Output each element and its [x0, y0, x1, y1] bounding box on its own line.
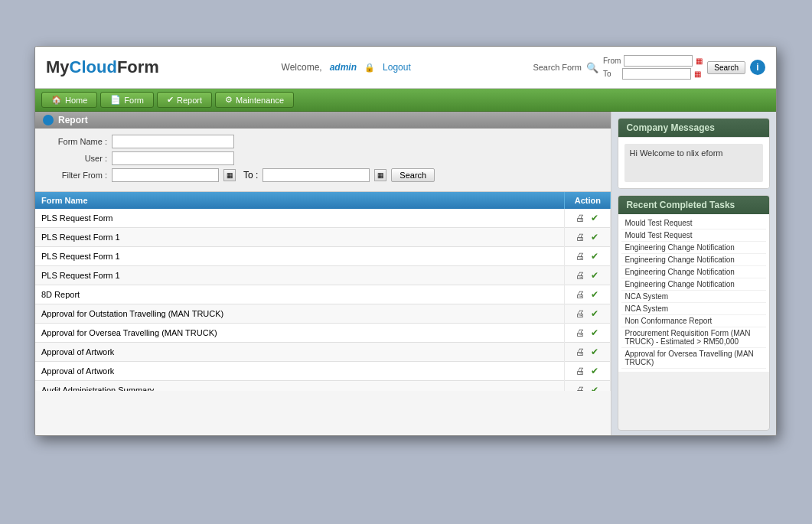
- messages-text: Hi Welcome to nlix eform: [629, 148, 722, 158]
- nav-home-label: Home: [65, 96, 87, 105]
- table-row[interactable]: PLS Request Form 🖨 ✔: [35, 209, 611, 228]
- user-row: User :: [46, 151, 600, 165]
- task-item[interactable]: NCA System: [621, 291, 766, 303]
- check-icon[interactable]: ✔: [589, 365, 601, 377]
- panel-title-bar: Report: [35, 112, 611, 129]
- report-tbody: PLS Request Form 🖨 ✔ PLS Request Form 1 …: [35, 209, 611, 391]
- logo: MyCloudForm: [46, 57, 159, 77]
- check-icon[interactable]: ✔: [589, 288, 601, 301]
- action-cell: 🖨 ✔: [565, 304, 611, 324]
- table-row[interactable]: Audit Administration Summary 🖨 ✔: [35, 381, 611, 392]
- maintenance-icon: ⚙: [225, 95, 233, 105]
- report-icon-nav: ✔: [167, 95, 174, 105]
- filter-to-cal-icon[interactable]: ▦: [374, 169, 386, 181]
- top-search-button[interactable]: Search: [707, 61, 745, 74]
- search-icon: 🔍: [586, 62, 598, 73]
- action-cell: 🖨 ✔: [565, 324, 611, 343]
- check-icon[interactable]: ✔: [589, 327, 601, 339]
- report-panel-icon: [43, 115, 54, 125]
- logout-link[interactable]: Logout: [383, 62, 411, 73]
- lock-icon: 🔒: [364, 63, 375, 73]
- nav-form-button[interactable]: 📄 Form: [100, 92, 154, 108]
- print-icon[interactable]: 🖨: [574, 231, 586, 243]
- table-row[interactable]: Approval for Oversea Travelling (MAN TRU…: [35, 324, 611, 343]
- form-name-cell: 8D Report: [35, 285, 565, 304]
- search-form-label: Search Form: [533, 63, 582, 72]
- check-icon[interactable]: ✔: [589, 346, 601, 358]
- nav-maintenance-button[interactable]: ⚙ Maintenance: [215, 92, 294, 108]
- nav-report-button[interactable]: ✔ Report: [157, 92, 212, 108]
- print-icon[interactable]: 🖨: [574, 250, 586, 262]
- form-name-cell: Audit Administration Summary: [35, 381, 565, 392]
- home-icon: 🏠: [51, 95, 62, 105]
- messages-content: Hi Welcome to nlix eform: [618, 137, 769, 188]
- task-item[interactable]: Engineering Change Notification: [621, 266, 766, 278]
- from-input[interactable]: [624, 55, 693, 67]
- check-icon[interactable]: ✔: [589, 308, 601, 320]
- action-cell: 🖨 ✔: [565, 247, 611, 266]
- table-row[interactable]: Approval of Artwork 🖨 ✔: [35, 343, 611, 362]
- task-item[interactable]: Engineering Change Notification: [621, 242, 766, 254]
- search-inputs: From ▦ To ▦: [603, 55, 703, 80]
- to-label: To: [603, 70, 611, 78]
- print-icon[interactable]: 🖨: [574, 327, 586, 339]
- print-icon[interactable]: 🖨: [574, 288, 586, 301]
- user-label: User :: [46, 154, 107, 163]
- check-icon[interactable]: ✔: [589, 269, 601, 282]
- print-icon[interactable]: 🖨: [574, 384, 586, 391]
- check-icon[interactable]: ✔: [589, 231, 601, 243]
- print-icon[interactable]: 🖨: [574, 308, 586, 320]
- info-button[interactable]: i: [750, 60, 765, 75]
- form-name-row: Form Name :: [46, 135, 600, 148]
- from-row: From ▦: [603, 55, 703, 67]
- task-item[interactable]: Approval for Oversea Travelling (MAN TRU…: [621, 348, 766, 369]
- logo-my: My: [46, 57, 70, 76]
- logo-cloud: Cloud: [70, 57, 117, 76]
- task-item[interactable]: Procurement Requisition Form (MAN TRUCK)…: [621, 327, 766, 348]
- from-cal-icon[interactable]: ▦: [696, 57, 703, 65]
- to-cal-icon[interactable]: ▦: [694, 70, 701, 78]
- task-item[interactable]: Mould Test Request: [621, 229, 766, 242]
- filter-from-input[interactable]: [112, 168, 219, 182]
- print-icon[interactable]: 🖨: [574, 365, 586, 377]
- filter-from-row: Filter From : ▦ To : ▦ Search: [46, 168, 600, 182]
- check-icon[interactable]: ✔: [589, 384, 601, 391]
- action-cell: 🖨 ✔: [565, 228, 611, 247]
- table-header: Form Name Action: [35, 192, 611, 209]
- nav-bar: 🏠 Home 📄 Form ✔ Report ⚙ Maintenance: [35, 89, 776, 112]
- task-item[interactable]: Non Conformance Report: [621, 315, 766, 327]
- user-input[interactable]: [112, 151, 234, 165]
- action-cell: 🖨 ✔: [565, 343, 611, 362]
- print-icon[interactable]: 🖨: [574, 269, 586, 282]
- task-item[interactable]: Engineering Change Notification: [621, 254, 766, 266]
- table-row[interactable]: PLS Request Form 1 🖨 ✔: [35, 266, 611, 285]
- tasks-list: Mould Test RequestMould Test RequestEngi…: [618, 214, 769, 372]
- form-name-cell: PLS Request Form 1: [35, 247, 565, 266]
- to-row: To ▦: [603, 68, 703, 80]
- task-item[interactable]: NCA System: [621, 303, 766, 315]
- task-item[interactable]: Engineering Change Notification: [621, 278, 766, 291]
- table-row[interactable]: Approval of Artwork 🖨 ✔: [35, 362, 611, 381]
- check-icon[interactable]: ✔: [589, 250, 601, 262]
- table-row[interactable]: PLS Request Form 1 🖨 ✔: [35, 247, 611, 266]
- table-row[interactable]: PLS Request Form 1 🖨 ✔: [35, 228, 611, 247]
- table-row[interactable]: Approval for Outstation Travelling (MAN …: [35, 304, 611, 324]
- report-search-button[interactable]: Search: [391, 168, 435, 182]
- print-icon[interactable]: 🖨: [574, 212, 586, 224]
- action-cell: 🖨 ✔: [565, 209, 611, 228]
- form-name-cell: Approval of Artwork: [35, 343, 565, 362]
- filter-from-cal-icon[interactable]: ▦: [223, 169, 236, 181]
- admin-text: admin: [330, 62, 357, 73]
- to-input[interactable]: [622, 68, 691, 80]
- table-row[interactable]: 8D Report 🖨 ✔: [35, 285, 611, 304]
- filter-to-input[interactable]: [263, 168, 370, 182]
- print-icon[interactable]: 🖨: [574, 346, 586, 358]
- filter-to-label: To :: [243, 170, 258, 181]
- task-item[interactable]: Mould Test Request: [621, 217, 766, 229]
- filter-from-label: Filter From :: [46, 171, 107, 180]
- messages-inner: Hi Welcome to nlix eform: [624, 144, 763, 182]
- nav-home-button[interactable]: 🏠 Home: [41, 92, 97, 108]
- form-name-input[interactable]: [112, 135, 234, 148]
- nav-form-label: Form: [124, 96, 144, 105]
- check-icon[interactable]: ✔: [589, 212, 601, 224]
